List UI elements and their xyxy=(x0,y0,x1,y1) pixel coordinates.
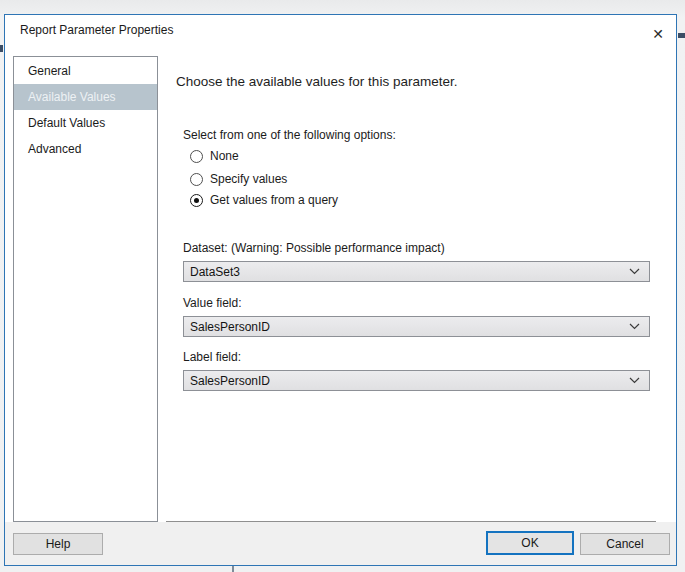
radio-none-label: None xyxy=(210,149,239,163)
dataset-dropdown[interactable]: DataSet3 xyxy=(183,261,650,282)
cancel-button[interactable]: Cancel xyxy=(580,533,670,555)
radio-circle-selected-icon xyxy=(190,194,203,207)
chevron-down-icon xyxy=(629,268,649,275)
close-icon[interactable]: ✕ xyxy=(644,22,672,46)
ok-button[interactable]: OK xyxy=(486,531,574,555)
radio-specify-values[interactable]: Specify values xyxy=(190,171,287,187)
radio-specify-values-label: Specify values xyxy=(210,172,287,186)
background-table-border-right xyxy=(678,33,685,38)
sidebar-item-advanced[interactable]: Advanced xyxy=(14,136,157,162)
chevron-down-icon xyxy=(629,377,649,384)
dialog-footer xyxy=(5,522,676,565)
background-divider-line xyxy=(232,566,234,572)
report-parameter-properties-dialog: Report Parameter Properties ✕ General Av… xyxy=(4,14,677,566)
options-group-label: Select from one of the following options… xyxy=(183,128,396,142)
sidebar-item-available-values[interactable]: Available Values xyxy=(14,84,157,110)
dialog-titlebar[interactable]: Report Parameter Properties ✕ xyxy=(5,15,676,49)
label-field-dropdown-value: SalesPersonID xyxy=(184,374,629,388)
label-field-dropdown[interactable]: SalesPersonID xyxy=(183,370,650,391)
radio-circle-icon xyxy=(190,173,203,186)
desktop-background: Report Parameter Properties ✕ General Av… xyxy=(0,0,685,572)
footer-separator xyxy=(166,521,656,522)
radio-circle-icon xyxy=(190,150,203,163)
radio-none[interactable]: None xyxy=(190,148,239,164)
sidebar-item-default-values[interactable]: Default Values xyxy=(14,110,157,136)
background-table-border-left xyxy=(0,45,3,52)
value-field-dropdown-value: SalesPersonID xyxy=(184,320,629,334)
chevron-down-icon xyxy=(629,323,649,330)
sidebar-item-general[interactable]: General xyxy=(14,58,157,84)
radio-get-values-from-query[interactable]: Get values from a query xyxy=(190,192,338,208)
dataset-label: Dataset: (Warning: Possible performance … xyxy=(183,241,445,255)
page-heading: Choose the available values for this par… xyxy=(176,74,457,89)
value-field-dropdown[interactable]: SalesPersonID xyxy=(183,316,650,337)
label-field-label: Label field: xyxy=(183,350,241,364)
dataset-dropdown-value: DataSet3 xyxy=(184,265,629,279)
radio-get-values-from-query-label: Get values from a query xyxy=(210,193,338,207)
dialog-title: Report Parameter Properties xyxy=(20,23,173,37)
value-field-label: Value field: xyxy=(183,296,241,310)
sidebar-page-list: General Available Values Default Values … xyxy=(13,56,158,522)
help-button[interactable]: Help xyxy=(13,533,103,555)
